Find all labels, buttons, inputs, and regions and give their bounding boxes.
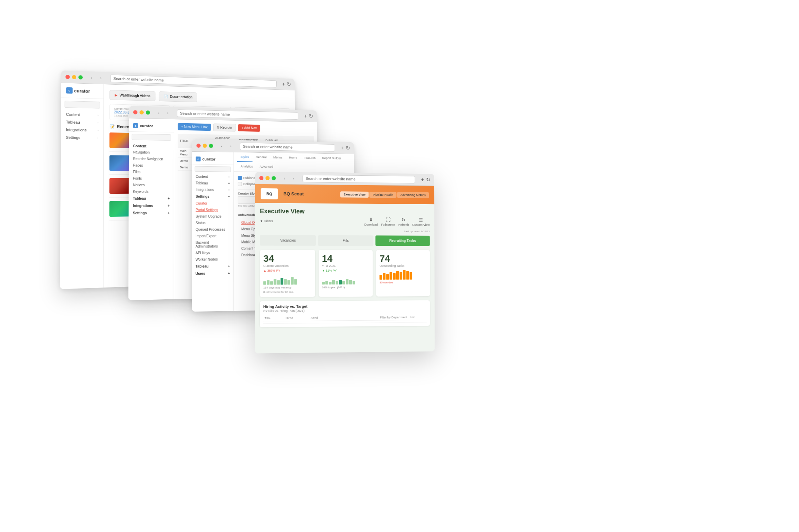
sidebar-nav-backend[interactable]: Backend Administrators xyxy=(192,239,234,250)
documentation-btn[interactable]: 📄 Documentation xyxy=(159,91,197,102)
refresh-icon-2[interactable]: ↻ xyxy=(309,113,313,119)
maximize-button-3[interactable] xyxy=(209,144,213,148)
filter-button[interactable]: ▼ Filters xyxy=(260,220,273,223)
add-nav-btn[interactable]: + Add Nav xyxy=(238,124,260,132)
refresh-action[interactable]: ↻ Refresh xyxy=(398,217,409,227)
forward-button-4[interactable]: › xyxy=(290,175,296,181)
tab-general[interactable]: General xyxy=(252,153,270,163)
browser-nav-2: ‹ › xyxy=(156,109,171,116)
tab-features[interactable]: Features xyxy=(300,153,319,163)
back-button-2[interactable]: ‹ xyxy=(156,109,162,116)
reorder-btn[interactable]: ⇅ Reorder xyxy=(213,124,236,132)
arrow-icon: › xyxy=(98,121,99,124)
close-button-2[interactable] xyxy=(133,110,137,114)
metric-tab-fills[interactable]: Fills xyxy=(318,235,373,246)
cell-title: Main Menu xyxy=(178,148,192,158)
sidebar-nav-keywords[interactable]: Keywords xyxy=(129,188,174,195)
back-button-1[interactable]: ‹ xyxy=(89,75,95,81)
minimize-button-3[interactable] xyxy=(203,144,207,148)
sidebar-nav-reorder[interactable]: Reorder Navigation xyxy=(129,155,174,163)
tab-pipeline-health[interactable]: Pipeline Health xyxy=(369,191,397,198)
plus-icon: + xyxy=(228,264,230,268)
minimize-button-4[interactable] xyxy=(266,176,270,180)
sidebar-nav-tableau-3[interactable]: Tableau+ xyxy=(192,180,234,187)
sidebar-nav-portal-settings[interactable]: Portal Settings xyxy=(192,207,234,213)
sidebar-item-tableau-1[interactable]: Tableau › xyxy=(61,118,104,127)
custom-view-action[interactable]: ☰ Custom View xyxy=(412,217,430,227)
fullscreen-action[interactable]: ⛶ Fullscreen xyxy=(381,217,395,227)
back-button-3[interactable]: ‹ xyxy=(219,142,225,149)
close-button-4[interactable] xyxy=(259,176,264,180)
new-menu-link-btn[interactable]: + New Menu Link xyxy=(178,123,211,131)
post-thumbnail-1 xyxy=(109,132,130,148)
tab-executive-view[interactable]: Executive View xyxy=(340,191,368,198)
minimize-button-2[interactable] xyxy=(140,110,144,114)
sidebar-nav-curator[interactable]: Curator xyxy=(192,200,234,207)
window-4: ‹ › Search or enter website name + ↻ BQ … xyxy=(255,172,435,353)
minimize-button-1[interactable] xyxy=(72,75,76,79)
close-button-3[interactable] xyxy=(196,143,200,147)
tab-advertising-metrics[interactable]: Advertising Metrics xyxy=(397,192,429,198)
sidebar-nav-notices[interactable]: Notices xyxy=(129,182,174,189)
browser-actions-3: + ↻ xyxy=(341,145,350,151)
sidebar-nav-status[interactable]: Status xyxy=(192,220,234,226)
dashboard-page-title: Executive View xyxy=(260,208,430,216)
sidebar-nav-fonts[interactable]: Fonts xyxy=(129,175,174,182)
maximize-button-2[interactable] xyxy=(146,110,150,114)
sidebar-nav-import[interactable]: Import/Export xyxy=(192,233,234,240)
close-button-1[interactable] xyxy=(66,75,70,79)
forward-button-1[interactable]: › xyxy=(98,75,104,81)
address-text-1: Search or enter website name xyxy=(113,76,164,82)
bar xyxy=(389,272,392,280)
address-bar-3[interactable]: Search or enter website name xyxy=(240,142,335,152)
tab-home[interactable]: Home xyxy=(286,153,300,163)
address-bar-2[interactable]: Search or enter website name xyxy=(177,109,298,119)
tab-advanced[interactable]: Advanced xyxy=(256,162,277,172)
sidebar-nav-queued[interactable]: Queued Processes xyxy=(192,226,234,233)
refresh-icon-3[interactable]: ↻ xyxy=(346,145,350,151)
sidebar-nav-api-keys[interactable]: API Keys xyxy=(192,250,233,256)
sidebar-nav-content-3[interactable]: Content+ xyxy=(192,173,233,180)
sidebar-item-settings-1[interactable]: Settings › xyxy=(61,133,103,141)
arrow-icon: › xyxy=(98,129,99,132)
metric-tab-recruiting[interactable]: Recruiting Tasks xyxy=(375,235,430,246)
bar xyxy=(383,273,386,280)
cell-title: Demo xyxy=(178,164,192,170)
tab-report-builder[interactable]: Report Builder xyxy=(319,154,344,164)
sidebar-nav-worker[interactable]: Worker Nodes xyxy=(192,256,233,263)
sidebar-nav-system-upgrade[interactable]: System Upgrade xyxy=(192,213,234,220)
plus-icon-2[interactable]: + xyxy=(304,113,307,119)
address-bar-4[interactable]: Search or enter website name xyxy=(303,175,415,183)
forward-button-3[interactable]: › xyxy=(228,143,234,149)
refresh-icon-4[interactable]: ↻ xyxy=(426,176,431,183)
sidebar-search-3[interactable] xyxy=(195,166,231,172)
metric-tab-vacancies[interactable]: Vacancies xyxy=(260,235,316,246)
maximize-button-4[interactable] xyxy=(272,176,276,180)
sidebar-item-integrations-1[interactable]: Integrations › xyxy=(61,126,103,134)
sidebar-section-tableau-3: Tableau + xyxy=(192,263,233,270)
download-action[interactable]: ⬇ Download xyxy=(364,217,378,226)
sidebar-search-1[interactable] xyxy=(65,101,100,109)
tab-menus[interactable]: Menus xyxy=(270,153,286,162)
col-title-hire: Title xyxy=(264,315,285,321)
tab-styles[interactable]: Styles xyxy=(237,152,253,162)
sidebar-item-content-1[interactable]: Content › xyxy=(61,110,104,119)
sidebar-search-2[interactable] xyxy=(132,134,171,140)
walkthrough-btn[interactable]: ▶ Walkthrough Videos xyxy=(109,90,155,101)
sidebar-nav-navigation[interactable]: Navigation xyxy=(129,149,174,156)
back-button-4[interactable]: ‹ xyxy=(282,175,288,181)
filter-icon: ▼ xyxy=(260,220,263,223)
forward-button-2[interactable]: › xyxy=(164,110,170,116)
plus-icon-3[interactable]: + xyxy=(341,145,344,151)
bar xyxy=(288,280,290,284)
sidebar-1: c curator Content › Tableau › Integratio… xyxy=(60,83,104,289)
col-atted: Atted xyxy=(309,315,334,321)
refresh-icon-1[interactable]: ↻ xyxy=(287,81,291,88)
plus-icon-1[interactable]: + xyxy=(282,81,285,87)
sidebar-nav-pages[interactable]: Pages xyxy=(129,162,174,169)
tab-analytics[interactable]: Analytics xyxy=(237,162,256,172)
maximize-button-1[interactable] xyxy=(78,75,83,80)
sidebar-nav-files[interactable]: Files xyxy=(129,169,174,175)
plus-icon-4[interactable]: + xyxy=(421,176,424,183)
sidebar-nav-integrations-3[interactable]: Integrations+ xyxy=(192,186,234,193)
